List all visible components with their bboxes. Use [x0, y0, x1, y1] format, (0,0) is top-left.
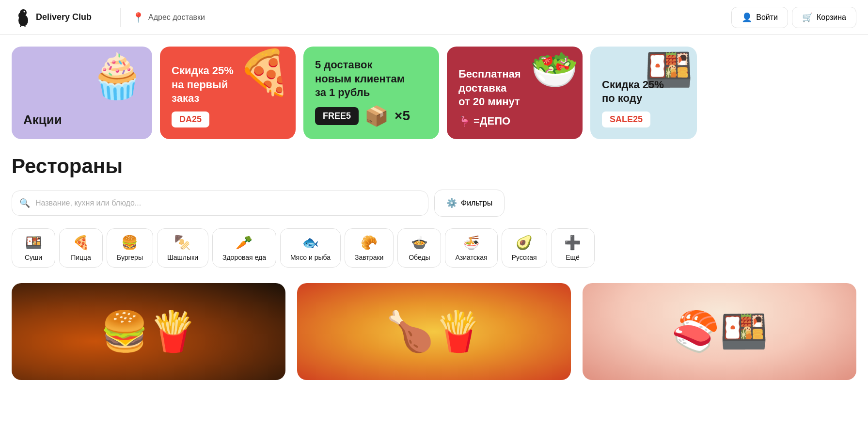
- banner-free-delivery-logo: =ДЕПО: [473, 115, 510, 127]
- burgers-icon: 🍔: [121, 235, 138, 251]
- restaurant-card-mcdonalds[interactable]: 🍔🍟: [12, 283, 285, 380]
- bbq-icon: 🍢: [174, 235, 191, 251]
- category-burgers-label: Бургеры: [117, 254, 143, 261]
- filters-label: Фильтры: [461, 199, 492, 207]
- header-divider: [120, 8, 121, 27]
- banner-promo[interactable]: 🧁 Акции: [12, 47, 152, 139]
- category-pizza-label: Пицца: [71, 254, 91, 261]
- category-lunch-label: Обеды: [409, 254, 430, 261]
- pizza-icon: 🍕: [73, 235, 90, 251]
- banners-section: 🧁 Акции 🍕 Скидка 25% на первый заказ DA2…: [0, 35, 868, 139]
- location-icon: 📍: [132, 12, 144, 23]
- asian-icon: 🍜: [463, 235, 480, 251]
- category-more[interactable]: ➕ Ещё: [551, 228, 595, 268]
- category-lunch[interactable]: 🍲 Обеды: [397, 228, 441, 268]
- more-icon: ➕: [564, 235, 581, 251]
- restaurant-card-sushi-image: 🍣🍱: [583, 283, 856, 380]
- meat-fish-icon: 🐟: [302, 235, 319, 251]
- header-actions: 👤 Войти 🛒 Корзина: [731, 7, 856, 28]
- login-button[interactable]: 👤 Войти: [731, 7, 788, 28]
- category-burgers[interactable]: 🍔 Бургеры: [107, 228, 153, 268]
- depo-ostrich-icon: 🦩: [458, 115, 471, 127]
- mcdonalds-food-emoji: 🍔🍟: [100, 309, 197, 354]
- banner-sale[interactable]: 🍱 Скидка 25% по коду SALE25: [590, 47, 697, 139]
- banner-sale-title: Скидка 25% по коду: [602, 78, 685, 106]
- banner-free5-code: FREE5: [315, 107, 359, 125]
- category-russian[interactable]: 🥑 Русская: [502, 228, 547, 268]
- category-breakfast-label: Завтраки: [355, 254, 383, 261]
- restaurant-cards-row: 🍔🍟 🍗🍟 🍣🍱: [12, 283, 856, 380]
- category-asian-label: Азиатская: [455, 254, 487, 261]
- banner-free5-title: 5 доставок новым клиентам за 1 рубль: [315, 58, 427, 100]
- kfc-food-emoji: 🍗🍟: [386, 309, 483, 354]
- banner-free5-multiplier: ×5: [395, 108, 410, 124]
- cart-label: Корзина: [817, 13, 846, 22]
- lunch-icon: 🍲: [411, 235, 428, 251]
- breakfast-icon: 🥐: [361, 235, 378, 251]
- user-icon: 👤: [742, 12, 752, 23]
- category-healthy-label: Здоровая еда: [222, 254, 266, 261]
- svg-point-2: [18, 13, 22, 18]
- svg-point-5: [24, 11, 25, 12]
- category-breakfast[interactable]: 🥐 Завтраки: [345, 228, 394, 268]
- category-pizza[interactable]: 🍕 Пицца: [59, 228, 103, 268]
- russian-icon: 🥑: [516, 235, 533, 251]
- search-row: 🔍 ⚙️ Фильтры: [12, 190, 856, 217]
- categories-row: 🍱 Суши 🍕 Пицца 🍔 Бургеры 🍢 Шашлыки 🥕 Здо…: [12, 228, 856, 270]
- login-label: Войти: [756, 13, 778, 22]
- filter-icon: ⚙️: [446, 198, 457, 208]
- category-healthy[interactable]: 🥕 Здоровая еда: [212, 228, 276, 268]
- logo-text: Delivery Club: [36, 12, 92, 23]
- header: Delivery Club 📍 Адрес доставки 👤 Войти 🛒…: [0, 0, 868, 35]
- restaurants-title: Рестораны: [12, 155, 856, 178]
- logo[interactable]: Delivery Club: [12, 8, 109, 27]
- sushi-food-emoji: 🍣🍱: [671, 309, 768, 354]
- restaurants-section: Рестораны 🔍 ⚙️ Фильтры 🍱 Суши 🍕 Пицца 🍔 …: [0, 139, 868, 380]
- restaurant-card-sushi[interactable]: 🍣🍱: [583, 283, 856, 380]
- category-bbq-label: Шашлыки: [167, 254, 198, 261]
- filters-button[interactable]: ⚙️ Фильтры: [434, 190, 505, 217]
- category-meat-fish[interactable]: 🐟 Мясо и рыба: [280, 228, 341, 268]
- banner-sale-code: SALE25: [602, 111, 650, 127]
- banner-discount-title: Скидка 25% на первый заказ: [172, 64, 284, 106]
- cart-icon: 🛒: [802, 12, 813, 23]
- category-sushi[interactable]: 🍱 Суши: [12, 228, 55, 268]
- banner-free5[interactable]: 5 доставок новым клиентам за 1 рубль FRE…: [303, 47, 439, 139]
- banner-discount[interactable]: 🍕 Скидка 25% на первый заказ DA25: [160, 47, 296, 139]
- banner-free-delivery[interactable]: 🥗 Бесплатная доставка от 20 минут 🦩 =ДЕП…: [447, 47, 583, 139]
- cart-button[interactable]: 🛒 Корзина: [792, 7, 856, 28]
- banner-free-delivery-title: Бесплатная доставка от 20 минут: [458, 67, 571, 109]
- banner-promo-title: Акции: [23, 112, 62, 127]
- logo-icon: [12, 8, 31, 27]
- sushi-icon: 🍱: [25, 235, 42, 251]
- banners-row: 🧁 Акции 🍕 Скидка 25% на первый заказ DA2…: [12, 47, 856, 139]
- address-text: Адрес доставки: [148, 13, 205, 22]
- category-asian[interactable]: 🍜 Азиатская: [445, 228, 497, 268]
- restaurant-card-mcdonalds-image: 🍔🍟: [12, 283, 285, 380]
- category-bbq[interactable]: 🍢 Шашлыки: [157, 228, 208, 268]
- banner-promo-image: 🧁: [90, 54, 144, 98]
- address-area[interactable]: 📍 Адрес доставки: [132, 12, 731, 23]
- search-input-wrap: 🔍: [12, 191, 428, 216]
- banner-discount-code: DA25: [172, 111, 209, 127]
- search-input[interactable]: [12, 191, 428, 216]
- category-more-label: Ещё: [566, 254, 580, 261]
- restaurant-card-kfc-image: 🍗🍟: [297, 283, 571, 380]
- category-sushi-label: Суши: [25, 254, 42, 261]
- search-icon: 🔍: [19, 198, 30, 208]
- restaurant-card-kfc[interactable]: 🍗🍟: [297, 283, 571, 380]
- category-meat-fish-label: Мясо и рыба: [290, 254, 331, 261]
- banner-free5-icon: 📦: [364, 105, 389, 127]
- healthy-icon: 🥕: [236, 235, 253, 251]
- category-russian-label: Русская: [512, 254, 537, 261]
